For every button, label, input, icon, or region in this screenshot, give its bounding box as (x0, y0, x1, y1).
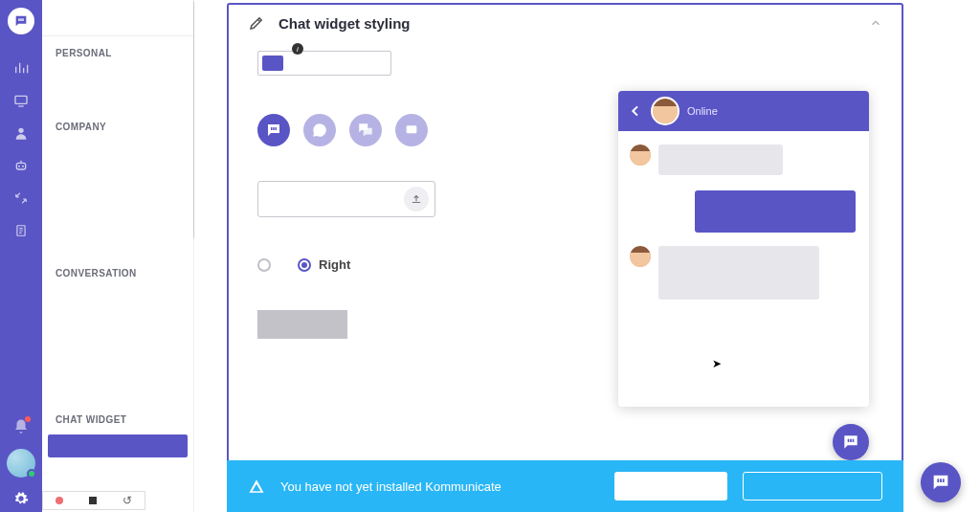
svg-rect-13 (848, 439, 850, 442)
redo-icon[interactable]: ↺ (122, 494, 132, 507)
info-icon[interactable]: i (292, 43, 303, 55)
preview-incoming-bubble-2 (658, 246, 819, 300)
svg-rect-18 (937, 479, 939, 482)
stop-icon[interactable] (89, 497, 97, 504)
install-primary-button[interactable] (614, 472, 727, 501)
svg-rect-14 (850, 439, 852, 442)
sidebar-section-personal: PERSONAL (42, 36, 193, 64)
chat-launcher-button[interactable] (921, 462, 961, 502)
back-chevron-icon[interactable] (628, 103, 643, 119)
main-content: Chat widget styling i (194, 0, 980, 512)
launcher-icon-option-1[interactable] (257, 114, 290, 146)
preview-status-text: Online (687, 105, 718, 117)
preview-header: Online (618, 91, 869, 131)
notification-dot-icon (25, 416, 31, 422)
nav-bot-icon[interactable] (0, 149, 42, 182)
svg-rect-11 (276, 127, 278, 130)
preview-outgoing-bubble (695, 190, 856, 233)
radio-circle-selected-icon (298, 258, 311, 272)
svg-rect-20 (943, 479, 945, 482)
user-avatar[interactable] (7, 449, 35, 478)
presence-indicator-icon (27, 469, 36, 479)
svg-rect-3 (15, 96, 27, 103)
svg-rect-5 (16, 163, 25, 169)
cursor-pointer-icon: ➤ (712, 357, 722, 370)
svg-rect-16 (256, 486, 257, 489)
sidebar-item-active[interactable] (48, 434, 188, 457)
chat-widget-styling-panel: Chat widget styling i (227, 3, 903, 512)
icon-upload-input[interactable] (257, 181, 435, 217)
install-banner: You have not yet installed Kommunicate (227, 460, 903, 512)
install-secondary-button[interactable] (743, 472, 882, 501)
sidebar-section-company: COMPANY (42, 110, 193, 138)
sidebar-section-conversation: CONVERSATION (42, 256, 193, 284)
chat-widget-preview: Online ➤ (618, 91, 869, 407)
position-left-radio[interactable] (257, 258, 271, 272)
upload-icon[interactable] (404, 187, 429, 211)
launcher-icon-options (257, 114, 573, 146)
svg-point-7 (22, 166, 24, 167)
launcher-icon-option-3[interactable] (349, 114, 382, 146)
svg-rect-2 (22, 18, 23, 21)
left-rail (0, 0, 42, 512)
primary-color-input[interactable] (257, 51, 391, 76)
svg-rect-1 (20, 18, 21, 21)
nav-doc-icon[interactable] (0, 214, 42, 247)
sidebar-section-chatwidget: CHAT WIDGET (42, 403, 193, 431)
edit-pencil-icon (248, 14, 265, 32)
placeholder-block (257, 310, 347, 339)
preview-msg-avatar-2 (630, 246, 651, 267)
svg-point-4 (18, 128, 23, 133)
install-banner-text: You have not yet installed Kommunicate (280, 479, 501, 494)
svg-rect-15 (853, 439, 855, 442)
svg-rect-12 (407, 125, 417, 133)
widget-position-radio-group: Right (257, 257, 573, 272)
preview-agent-avatar (651, 97, 679, 125)
position-right-label: Right (319, 257, 350, 272)
settings-sidebar: PERSONAL COMPANY CONVERSATION CHAT WIDGE… (42, 0, 194, 512)
notifications-bell-icon[interactable] (0, 411, 42, 443)
svg-rect-9 (271, 127, 273, 130)
nav-user-icon[interactable] (0, 117, 42, 149)
color-swatch (262, 56, 283, 71)
warning-triangle-icon (248, 478, 265, 495)
position-right-radio[interactable]: Right (298, 257, 350, 272)
svg-rect-17 (256, 490, 257, 492)
preview-launcher-bubble (833, 424, 869, 460)
settings-gear-icon[interactable] (0, 485, 42, 512)
svg-rect-10 (273, 127, 275, 130)
nav-compress-icon[interactable] (0, 182, 42, 214)
launcher-icon-option-2[interactable] (303, 114, 336, 146)
preview-msg-avatar (630, 145, 651, 166)
launcher-icon-option-4[interactable] (395, 114, 428, 146)
screen-recorder-toolbar: ↺ (42, 491, 145, 510)
panel-title: Chat widget styling (278, 15, 411, 32)
preview-incoming-bubble (658, 145, 783, 175)
nav-monitor-icon[interactable] (0, 84, 42, 117)
collapse-chevron-icon[interactable] (869, 16, 882, 30)
nav-analytics-icon[interactable] (0, 52, 42, 84)
record-icon[interactable] (56, 497, 63, 504)
svg-rect-19 (940, 479, 942, 482)
radio-circle-icon (257, 258, 271, 272)
brand-logo-icon[interactable] (8, 8, 34, 34)
svg-rect-0 (18, 18, 19, 21)
svg-point-6 (18, 166, 20, 167)
